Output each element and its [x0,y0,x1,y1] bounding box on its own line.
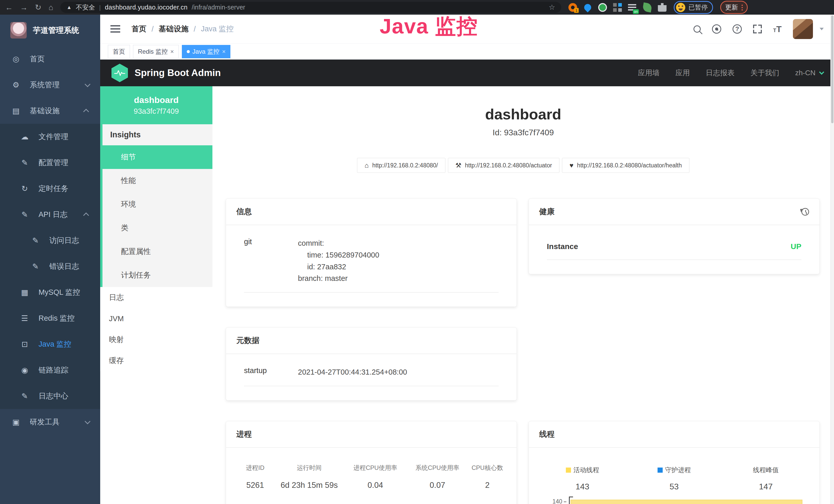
breadcrumb-home[interactable]: 首页 [132,24,147,34]
address-bar[interactable]: ▲ 不安全 | dashboard.yudao.iocoder.cn /infr… [60,2,561,13]
browser-profile-chip[interactable]: 已暂停 [674,1,713,14]
user-caret-icon[interactable] [820,28,824,30]
browser-menu-icon[interactable] [742,5,743,6]
metadata-startup-value: 2021-04-27T00:44:31.254+08:00 [298,366,499,378]
extension-leaf-icon[interactable] [642,2,652,12]
metadata-startup-row: startup 2021-04-27T00:44:31.254+08:00 [244,366,499,386]
hamburger-icon[interactable] [110,25,120,33]
navbar-actions: ? TT [694,19,824,39]
sidebar-item-config[interactable]: ✎ 配置管理 [0,150,100,176]
sba-item-caches[interactable]: 缓存 [100,350,213,371]
sidebar-item-files[interactable]: ☁ 文件管理 [0,124,100,150]
extension-pin-icon[interactable] [583,2,593,12]
home-icon[interactable]: ⌂ [48,4,53,11]
health-instance-row[interactable]: Instance UP [547,237,802,260]
log-icon: ✎ [19,392,30,400]
peak-threads-value: 147 [720,482,812,491]
page-title: dashboard [213,106,834,123]
extension-grid-icon[interactable] [613,3,622,12]
page-scrollbar[interactable] [830,15,834,504]
threads-legend: 活动线程 143 守护进程 53 线程峰值 14 [536,466,812,491]
chevron-up-icon [83,109,89,115]
sidebar-item-home[interactable]: ◎ 首页 [0,46,100,72]
legend-live-threads: 活动线程 143 [536,466,628,491]
sidebar-item-system[interactable]: ⚙ 系统管理 [0,72,100,98]
extension-green-icon[interactable] [598,3,607,12]
sba-item-classes[interactable]: 类 [103,216,213,240]
sidebar-item-infrastructure[interactable]: ▤ 基础设施 [0,98,100,124]
log-icon: ✎ [30,236,41,245]
tab-home[interactable]: 首页 [108,45,130,58]
sidebar-item-tracing[interactable]: ◉ 链路追踪 [0,357,100,383]
sidebar-item-mysql-monitor[interactable]: ▦ MySQL 监控 [0,279,100,305]
close-icon[interactable]: × [170,48,174,55]
health-url-button[interactable]: ♥ http://192.168.0.2:48080/actuator/heal… [562,158,689,173]
sba-item-details[interactable]: 细节 [103,145,213,169]
main-sidebar: 芋道管理系统 ◎ 首页 ⚙ 系统管理 ▤ 基础设施 ☁ 文件管理 ✎ [0,15,100,504]
info-git-row: git commit: time: 1596289704000 id: 27aa… [244,237,499,293]
bookmark-star-icon[interactable]: ☆ [549,3,555,12]
breadcrumb-infrastructure[interactable]: 基础设施 [159,24,189,34]
back-icon[interactable]: ← [5,4,13,11]
breadcrumb-separator: / [194,25,196,33]
metadata-startup-label: startup [244,366,298,378]
sba-header: Spring Boot Admin 应用墙 应用 日志报表 关于我们 zh-CN [100,60,834,86]
sba-nav-about[interactable]: 关于我们 [750,68,779,78]
help-icon[interactable]: ? [732,24,742,33]
metadata-card: 元数据 startup 2021-04-27T00:44:31.254+08:0… [226,327,517,400]
tab-java-monitor[interactable]: Java 监控 × [182,45,231,58]
infrastructure-icon: ▤ [10,106,22,115]
profile-avatar-icon [676,3,685,12]
sba-item-environment[interactable]: 环境 [103,192,213,216]
tab-redis-monitor[interactable]: Redis 监控 × [133,45,179,58]
sba-item-metrics[interactable]: 性能 [103,169,213,192]
sidebar-item-access-logs[interactable]: ✎ 访问日志 [0,228,100,253]
extension-on-badge: on [633,9,639,14]
sidebar-item-redis-monitor[interactable]: ☰ Redis 监控 [0,305,100,331]
sba-item-scheduled[interactable]: 计划任务 [103,264,213,287]
extension-orange-icon[interactable]: 1 [568,3,577,12]
sidebar-item-log-center[interactable]: ✎ 日志中心 [0,383,100,409]
legend-daemon-threads: 守护进程 53 [628,466,720,491]
close-icon[interactable]: × [222,48,225,55]
history-icon[interactable] [802,208,809,216]
sba-item-mappings[interactable]: 映射 [100,329,213,350]
sba-item-config-props[interactable]: 配置属性 [103,240,213,264]
puzzle-icon[interactable] [658,3,666,12]
live-threads-value: 143 [536,482,628,491]
forward-icon[interactable]: → [20,4,28,11]
reload-icon[interactable]: ↻ [35,4,41,11]
actuator-url-button[interactable]: ⚒ http://192.168.0.2:48080/actuator [448,158,559,173]
github-icon[interactable] [712,24,721,33]
font-size-icon[interactable]: TT [773,25,782,33]
sba-item-jvm[interactable]: JVM [100,308,213,329]
sidebar-item-java-monitor[interactable]: ⊡ Java 监控 [0,331,100,357]
locale-selector[interactable]: zh-CN [795,69,823,77]
process-syscpu: 0.07 [407,481,468,490]
omnibox-divider: | [99,4,101,11]
log-icon: ✎ [19,210,30,219]
info-git-label: git [244,237,298,284]
extensions-row: 1 on [568,3,666,12]
heartbeat-icon: ♥ [569,161,573,169]
instance-id: 93a3fc7f7409 [134,107,179,116]
info-card-title: 信息 [236,206,252,217]
sidebar-item-error-logs[interactable]: ✎ 错误日志 [0,253,100,279]
chevron-down-icon [819,70,824,75]
sidebar-item-api-logs[interactable]: ✎ API 日志 [0,202,100,228]
browser-update-button[interactable]: 更新 [720,1,748,14]
sba-nav-applications[interactable]: 应用 [676,68,690,78]
sba-item-logs[interactable]: 日志 [100,287,213,308]
legend-swatch-blue [658,467,663,473]
search-icon[interactable] [694,25,701,32]
user-avatar[interactable] [793,19,813,39]
fullscreen-icon[interactable] [753,25,762,33]
service-url-button[interactable]: ⌂ http://192.168.0.2:48080/ [357,158,445,173]
instance-name: dashboard [134,95,179,105]
sba-nav-journal[interactable]: 日志报表 [706,68,734,78]
extension-switch-icon[interactable]: on [628,3,637,12]
scrollbar-thumb[interactable] [831,16,833,123]
sidebar-item-dev-tools[interactable]: ▣ 研发工具 [0,409,100,435]
sba-nav-wallboard[interactable]: 应用墙 [638,68,660,78]
sidebar-item-scheduled-tasks[interactable]: ↻ 定时任务 [0,176,100,202]
